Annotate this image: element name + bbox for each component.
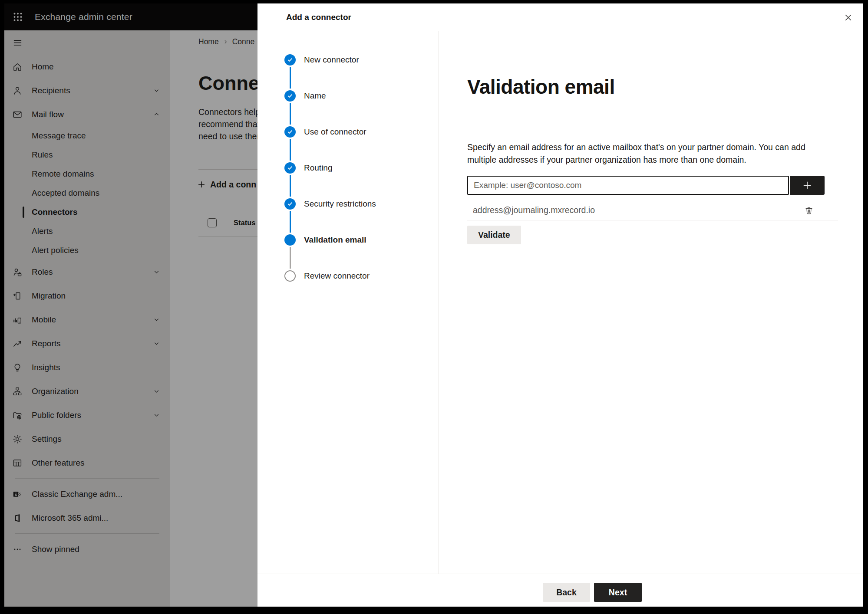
validate-button[interactable]: Validate [467, 226, 521, 244]
step-completed-icon [284, 90, 296, 102]
step-label: Security restrictions [304, 199, 376, 209]
step-completed-icon [284, 54, 296, 66]
step-label: Routing [304, 163, 333, 173]
step-upcoming-icon [284, 270, 296, 282]
delete-address-button[interactable] [802, 204, 816, 217]
wizard-steps: New connector Name Use of connector Rout… [257, 31, 439, 574]
step-completed-icon [284, 198, 296, 210]
plus-icon [802, 180, 812, 190]
close-icon [843, 13, 853, 23]
step-label: New connector [304, 55, 359, 65]
add-email-button[interactable] [790, 176, 825, 195]
add-connector-dialog: Add a connector New connector Name Use o… [257, 3, 863, 607]
trash-icon [804, 206, 814, 215]
step-completed-icon [284, 126, 296, 138]
description-line: multiple addresses if your partner organ… [467, 154, 805, 166]
wizard-step-routing[interactable]: Routing [257, 150, 438, 186]
step-label: Use of connector [304, 127, 366, 137]
validation-email-heading: Validation email [467, 75, 615, 99]
close-dialog-button[interactable] [841, 10, 855, 24]
wizard-step-use-of-connector[interactable]: Use of connector [257, 114, 438, 150]
wizard-step-name[interactable]: Name [257, 78, 438, 114]
next-button[interactable]: Next [594, 583, 642, 602]
validation-email-input[interactable] [467, 176, 789, 195]
wizard-step-review-connector[interactable]: Review connector [257, 258, 438, 294]
added-address-row: address@journaling.mxrecord.io [467, 200, 838, 220]
step-label: Name [304, 91, 326, 101]
app-window: Exchange admin center Home Recipients Ma… [4, 3, 863, 607]
step-current-icon [284, 234, 296, 246]
dialog-footer: Back Next [257, 574, 863, 607]
wizard-step-security-restrictions[interactable]: Security restrictions [257, 186, 438, 222]
wizard-step-validation-email[interactable]: Validation email [257, 222, 438, 258]
description-line: Specify an email address for an active m… [467, 141, 805, 154]
email-input-row [467, 176, 825, 195]
dialog-content: Validation email Specify an email addres… [439, 31, 863, 574]
added-address-text: address@journaling.mxrecord.io [473, 205, 595, 215]
back-button[interactable]: Back [543, 583, 590, 602]
step-label: Validation email [304, 235, 366, 245]
step-completed-icon [284, 162, 296, 174]
validation-email-description: Specify an email address for an active m… [467, 141, 805, 166]
dialog-title: Add a connector [286, 13, 351, 22]
wizard-step-new-connector[interactable]: New connector [257, 42, 438, 78]
step-label: Review connector [304, 271, 370, 281]
dialog-header: Add a connector [257, 3, 863, 31]
